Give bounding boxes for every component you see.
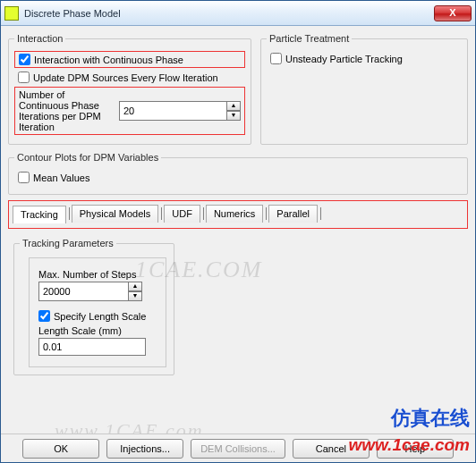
dem-collisions-button[interactable]: DEM Collisions... bbox=[191, 439, 285, 459]
tab-physical-models[interactable]: Physical Models bbox=[72, 205, 158, 223]
lbl-num-continuous-b: Iterations per DPM Iteration bbox=[19, 111, 101, 132]
contour-legend: Contour Plots for DPM Variables bbox=[14, 152, 161, 163]
chk-update-dpm[interactable] bbox=[18, 72, 30, 83]
brand-url: www.1cae.com bbox=[348, 435, 470, 455]
lbl-length-scale: Length Scale (mm) bbox=[38, 325, 157, 336]
chk-specify-length[interactable] bbox=[38, 310, 50, 322]
tab-sep-icon bbox=[266, 207, 267, 220]
spin-up-icon[interactable]: ▲ bbox=[128, 282, 142, 291]
lbl-num-continuous-a: Number of Continuous Phase bbox=[19, 89, 99, 111]
injections-button[interactable]: Injections... bbox=[106, 439, 183, 459]
tracking-legend: Tracking Parameters bbox=[20, 238, 116, 248]
row-unsteady: Unsteady Particle Tracking bbox=[267, 51, 462, 66]
spin-down-icon[interactable]: ▼ bbox=[226, 111, 241, 121]
tab-sep-icon bbox=[203, 207, 204, 220]
chk-mean[interactable] bbox=[18, 172, 30, 183]
tab-sep-icon bbox=[320, 207, 321, 220]
spin-num-continuous: ▲ ▼ bbox=[119, 101, 241, 121]
lbl-unsteady: Unsteady Particle Tracking bbox=[285, 54, 403, 64]
lbl-mean: Mean Values bbox=[33, 173, 89, 183]
interaction-legend: Interaction bbox=[14, 33, 65, 44]
tracking-panel: Tracking Parameters Max. Number of Steps… bbox=[8, 238, 468, 375]
tab-sep-icon bbox=[161, 207, 162, 220]
lbl-interaction-continuous: Interaction with Continuous Phase bbox=[34, 55, 183, 65]
app-icon bbox=[4, 6, 19, 21]
interaction-group: Interaction Interaction with Continuous … bbox=[8, 33, 251, 145]
close-button[interactable]: X bbox=[434, 5, 472, 21]
particle-group: Particle Treatment Unsteady Particle Tra… bbox=[260, 33, 468, 145]
lbl-max-steps: Max. Number of Steps bbox=[38, 269, 157, 280]
spin-down-icon[interactable]: ▼ bbox=[128, 291, 142, 301]
tab-strip: Tracking Physical Models UDF Numerics Pa… bbox=[13, 205, 463, 223]
spin-up-icon[interactable]: ▲ bbox=[226, 101, 241, 111]
tab-udf[interactable]: UDF bbox=[164, 205, 200, 223]
contour-group: Contour Plots for DPM Variables Mean Val… bbox=[8, 152, 468, 195]
input-length-scale[interactable] bbox=[38, 338, 146, 356]
tab-sep-icon bbox=[69, 207, 70, 220]
chk-interaction-continuous[interactable] bbox=[19, 54, 30, 65]
input-max-steps[interactable] bbox=[38, 282, 128, 301]
chk-unsteady[interactable] bbox=[270, 53, 282, 64]
tabs-container: Tracking Physical Models UDF Numerics Pa… bbox=[8, 200, 468, 229]
row-interaction-continuous: Interaction with Continuous Phase bbox=[14, 51, 245, 68]
tab-tracking[interactable]: Tracking bbox=[13, 206, 66, 223]
tracking-box: Max. Number of Steps ▲ ▼ Specify Length … bbox=[29, 257, 166, 367]
particle-legend: Particle Treatment bbox=[267, 33, 352, 44]
content-area: Interaction Interaction with Continuous … bbox=[1, 26, 475, 434]
tab-numerics[interactable]: Numerics bbox=[206, 205, 263, 223]
dialog-window: Discrete Phase Model X Interaction Inter… bbox=[0, 0, 476, 463]
input-num-continuous[interactable] bbox=[119, 101, 226, 121]
row-update-dpm: Update DPM Sources Every Flow Iteration bbox=[14, 70, 245, 85]
lbl-specify-length: Specify Length Scale bbox=[54, 311, 146, 322]
tracking-params-group: Tracking Parameters Max. Number of Steps… bbox=[13, 238, 174, 375]
lbl-update-dpm: Update DPM Sources Every Flow Iteration bbox=[33, 72, 218, 83]
titlebar: Discrete Phase Model X bbox=[1, 1, 475, 26]
row-num-continuous: Number of Continuous Phase Iterations pe… bbox=[14, 87, 245, 135]
ok-button[interactable]: OK bbox=[22, 439, 99, 459]
lbl-num-continuous: Number of Continuous Phase Iterations pe… bbox=[19, 89, 114, 132]
brand-cn: 仿真在线 bbox=[391, 405, 470, 432]
row-mean: Mean Values bbox=[14, 170, 462, 185]
tab-parallel[interactable]: Parallel bbox=[268, 205, 318, 223]
window-title: Discrete Phase Model bbox=[24, 8, 434, 19]
